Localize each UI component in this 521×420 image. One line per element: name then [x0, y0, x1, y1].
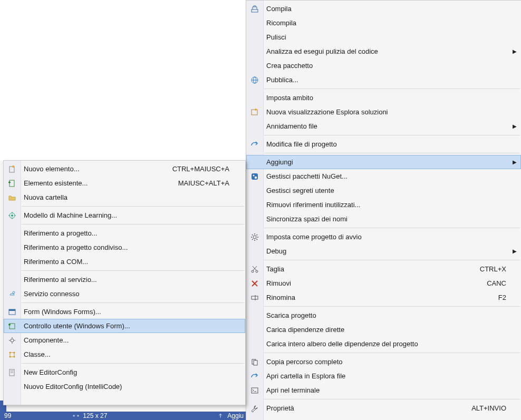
separator [264, 153, 520, 153]
label: Nuovo elemento... [24, 165, 157, 173]
svg-line-22 [253, 266, 256, 270]
menu-item-apri-cartella[interactable]: Apri cartella in Esplora file [246, 369, 521, 383]
menu-item-nuovo-elemento[interactable]: Nuovo elemento... CTRL+MAIUSC+A [4, 162, 245, 176]
separator [264, 353, 520, 353]
label: Gestisci pacchetti NuGet... [266, 172, 506, 180]
label: Elemento esistente... [24, 179, 162, 187]
menu-item-carica-dipendenze-dirette[interactable]: Carica dipendenze dirette [246, 323, 521, 337]
svg-line-15 [252, 235, 253, 236]
menu-item-analizza[interactable]: Analizza ed esegui pulizia del codice ▶ [246, 44, 521, 58]
label: Carica dipendenze dirette [266, 326, 506, 334]
submenu-arrow-icon: ▶ [513, 48, 517, 54]
label: Proprietà [266, 404, 466, 412]
menu-item-rif-com[interactable]: Riferimento a COM... [4, 255, 245, 269]
menu-item-rinomina[interactable]: Rinomina F2 [246, 290, 521, 305]
menu-item-ricompila[interactable]: Ricompila [246, 16, 521, 30]
add-submenu: Nuovo elemento... CTRL+MAIUSC+A Elemento… [3, 160, 246, 405]
svg-rect-29 [252, 388, 258, 393]
svg-point-20 [256, 270, 258, 272]
label: Compila [266, 5, 506, 13]
menu-item-gestisci-nuget[interactable]: Gestisci pacchetti NuGet... [246, 169, 521, 183]
class-icon [7, 349, 17, 360]
separator [22, 302, 244, 303]
submenu-arrow-icon: ▶ [513, 248, 517, 254]
svg-point-55 [9, 351, 11, 353]
copy-icon [249, 357, 260, 367]
svg-line-18 [257, 235, 258, 236]
label: Rimuovi riferimenti inutilizzati... [266, 201, 506, 209]
menu-item-ml-model[interactable]: Modello di Machine Learning... [4, 208, 245, 222]
label: Rimuovi [266, 279, 481, 287]
label: New EditorConfig [24, 368, 229, 376]
svg-point-8 [253, 174, 255, 176]
label: Pubblica... [266, 76, 506, 84]
svg-rect-0 [252, 9, 258, 12]
label: Classe... [24, 350, 229, 358]
separator [264, 135, 520, 135]
separator [22, 206, 244, 207]
project-context-menu: Compila Ricompila Pulisci Analizza ed es… [246, 0, 521, 420]
nuget-icon [249, 171, 260, 182]
menu-item-controllo-utente[interactable]: Controllo utente (Windows Form)... [4, 319, 245, 333]
label: Imposta ambito [266, 94, 506, 102]
label: Form (Windows Forms)... [24, 308, 229, 316]
size-icon [72, 412, 80, 419]
menu-item-imposta-ambito[interactable]: Imposta ambito [246, 91, 521, 105]
menu-item-pubblica[interactable]: Pubblica... [246, 73, 521, 87]
svg-line-17 [252, 239, 253, 240]
menu-item-imposta-avvio[interactable]: Imposta come progetto di avvio [246, 230, 521, 244]
label: Nuova visualizzazione Esplora soluzioni [266, 108, 506, 116]
label: Apri cartella in Esplora file [266, 372, 506, 380]
status-add: Aggiu [213, 412, 246, 419]
menu-item-copia-percorso[interactable]: Copia percorso completo [246, 355, 521, 369]
svg-line-16 [257, 239, 258, 240]
menu-item-classe[interactable]: Classe... [4, 347, 245, 362]
menu-item-rif-servizio[interactable]: Riferimento al servizio... [4, 272, 245, 287]
menu-item-taglia[interactable]: Taglia CTRL+X [246, 262, 521, 276]
svg-rect-34 [9, 180, 14, 187]
label: Scarica progetto [266, 311, 506, 319]
svg-line-21 [253, 266, 257, 270]
menu-item-proprieta[interactable]: Proprietà ALT+INVIO [246, 401, 521, 415]
menu-item-apri-terminale[interactable]: Apri nel terminale [246, 383, 521, 397]
menu-item-nuova-visualizzazione[interactable]: Nuova visualizzazione Esplora soluzioni [246, 105, 521, 119]
menu-item-aggiungi[interactable]: Aggiungi ▶ [246, 155, 521, 169]
label: Rinomina [266, 294, 493, 301]
menu-item-sincronizza-ns[interactable]: Sincronizza spazi dei nomi [246, 212, 521, 226]
upload-icon [217, 412, 224, 419]
submenu-arrow-icon: ▶ [513, 123, 517, 129]
menu-item-pulisci[interactable]: Pulisci [246, 30, 521, 44]
menu-item-annidamento-file[interactable]: Annidamento file ▶ [246, 119, 521, 133]
new-view-icon [249, 107, 260, 118]
menu-item-modifica-file-progetto[interactable]: Modifica file di progetto [246, 137, 521, 151]
status-num-value: 99 [4, 412, 11, 419]
menu-item-rif-progetto[interactable]: Riferimento a progetto... [4, 226, 245, 240]
menu-item-elemento-esistente[interactable]: Elemento esistente... MAIUSC+ALT+A [4, 176, 245, 190]
menu-item-componente[interactable]: Componente... [4, 333, 245, 347]
menu-item-compila[interactable]: Compila [246, 2, 521, 16]
svg-rect-54 [10, 353, 14, 357]
label: Carica intero albero delle dipendenze de… [266, 340, 506, 348]
menu-item-rimuovi-riferimenti[interactable]: Rimuovi riferimenti inutilizzati... [246, 198, 521, 212]
menu-item-servizio-connesso[interactable]: Servizio connesso [4, 287, 245, 301]
form-icon [7, 307, 17, 317]
menu-item-crea-pacchetto[interactable]: Crea pacchetto [246, 58, 521, 73]
menu-item-nuovo-editorconfig-intellicode[interactable]: Nuovo EditorConfig (IntelliCode) [4, 379, 245, 394]
menu-item-form-wf[interactable]: Form (Windows Forms)... [4, 305, 245, 319]
menu-item-carica-albero[interactable]: Carica intero albero delle dipendenze de… [246, 337, 521, 351]
menu-item-gestisci-segreti[interactable]: Gestisci segreti utente [246, 183, 521, 198]
menu-item-rif-progetto-condiviso[interactable]: Riferimento a progetto condiviso... [4, 240, 245, 255]
svg-point-56 [14, 351, 15, 353]
menu-item-debug[interactable]: Debug ▶ [246, 244, 521, 258]
status-size: 125 x 27 [68, 412, 111, 419]
terminal-icon [249, 385, 260, 396]
menu-item-nuova-cartella[interactable]: Nuova cartella [4, 190, 245, 204]
menu-item-rimuovi[interactable]: Rimuovi CANC [246, 276, 521, 290]
menu-item-new-editorconfig[interactable]: New EditorConfig [4, 365, 245, 379]
status-num: 99 [0, 412, 15, 419]
shortcut: MAIUSC+ALT+A [178, 179, 229, 187]
separator [264, 228, 520, 228]
menu-item-scarica-progetto[interactable]: Scarica progetto [246, 308, 521, 323]
separator [264, 306, 520, 307]
label: Gestisci segreti utente [266, 187, 506, 194]
